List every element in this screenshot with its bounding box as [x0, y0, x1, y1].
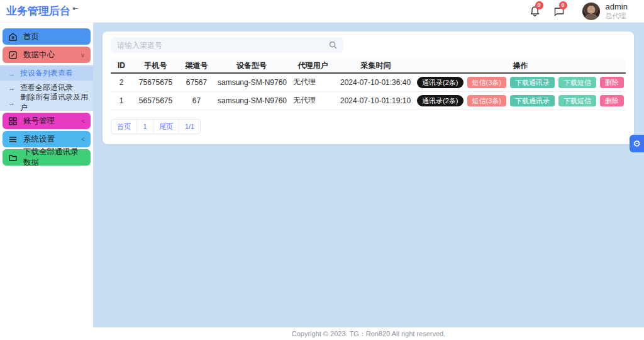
sms-button[interactable]: 短信(3条) — [467, 95, 506, 106]
cell-time: 2024-07-10-01:36:40 — [336, 73, 415, 91]
search-input[interactable] — [117, 41, 329, 50]
download-sms-button[interactable]: 下载短信 — [558, 95, 596, 106]
brand-title: 业务管理后台 — [6, 1, 70, 22]
search-icon[interactable] — [329, 41, 337, 49]
download-contacts-button[interactable]: 下载通讯录 — [510, 95, 555, 106]
submenu-item-label: 按设备列表查看 — [20, 68, 73, 79]
pagination-page-1[interactable]: 1 — [137, 120, 153, 133]
topbar-actions: 0 0 admin 总代理 — [530, 2, 644, 21]
arrow-right-icon: → — [8, 84, 15, 92]
table-row: 2 75675675 67567 samsung-SM-N9760 无代理 20… — [111, 73, 626, 91]
submenu-item-delete-all[interactable]: → 删除所有通讯录及用户 — [0, 95, 93, 110]
table-header-row: ID 手机号 渠道号 设备型号 代理用户 采集时间 操作 — [111, 59, 626, 73]
sidebar-item-label: 账号管理 — [23, 116, 55, 127]
cell-id: 1 — [111, 91, 132, 110]
device-list-card: ID 手机号 渠道号 设备型号 代理用户 采集时间 操作 2 75675675 … — [103, 31, 634, 144]
delete-button[interactable]: 删除 — [600, 95, 624, 106]
data-center-submenu: → 按设备列表查看 → 查看全部通讯录 → 删除所有通讯录及用户 — [0, 65, 93, 111]
col-header-phone: 手机号 — [132, 59, 179, 73]
sidebar-item-accounts[interactable]: 账号管理 < — [3, 113, 91, 129]
row-actions: 通讯录(2条) 短信(3条) 下载通讯录 下载短信 删除 — [415, 77, 626, 88]
arrow-right-icon: → — [8, 70, 15, 77]
sidebar: 首页 数据中心 ∨ → 按设备列表查看 → 查看全部通讯录 → 删除所有通讯录及… — [0, 23, 93, 340]
copyright-text: Copyright © 2023. TG：Ron820 All right re… — [292, 329, 446, 339]
cell-channel: 67 — [179, 91, 214, 110]
user-menu[interactable]: admin 总代理 — [582, 2, 628, 21]
main-area: ID 手机号 渠道号 设备型号 代理用户 采集时间 操作 2 75675675 … — [93, 23, 644, 340]
delete-button[interactable]: 删除 — [600, 77, 624, 88]
sidebar-item-settings[interactable]: 系统设置 < — [3, 131, 91, 147]
submenu-item-label: 删除所有通讯录及用户 — [20, 92, 93, 113]
pagination-last[interactable]: 尾页 — [153, 120, 179, 133]
cell-device: samsung-SM-N9760 — [214, 73, 289, 91]
sidebar-collapse-icon[interactable]: ⇤ — [72, 4, 78, 13]
sms-button[interactable]: 短信(3条) — [467, 77, 506, 88]
brand: 业务管理后台 ⇤ — [0, 1, 93, 22]
folder-icon — [8, 153, 18, 162]
col-header-actions: 操作 — [415, 59, 626, 73]
download-contacts-button[interactable]: 下载通讯录 — [510, 77, 555, 88]
sidebar-item-download-all[interactable]: 下载全部通讯录数据 — [3, 149, 91, 166]
menu-lines-icon — [8, 135, 18, 144]
col-header-device: 设备型号 — [214, 59, 289, 73]
cell-phone: 75675675 — [132, 73, 179, 91]
col-header-agent: 代理用户 — [289, 59, 336, 73]
cell-time: 2024-07-10-01:19:10 — [336, 91, 415, 110]
cell-agent: 无代理 — [289, 73, 336, 91]
cell-channel: 67567 — [179, 73, 214, 91]
col-header-id: ID — [111, 59, 132, 73]
submenu-item-device-list[interactable]: → 按设备列表查看 — [0, 66, 93, 81]
home-icon — [8, 32, 18, 42]
cell-agent: 无代理 — [289, 91, 336, 110]
sidebar-item-label: 下载全部通讯录数据 — [23, 147, 85, 168]
user-role: 总代理 — [606, 12, 628, 21]
cell-phone: 56575675 — [132, 91, 179, 110]
sidebar-item-label: 数据中心 — [23, 50, 55, 60]
arrow-right-icon: → — [8, 99, 15, 106]
chevron-left-icon: < — [81, 136, 85, 143]
col-header-channel: 渠道号 — [179, 59, 214, 73]
contacts-button[interactable]: 通讯录(2条) — [417, 77, 463, 88]
grid-icon — [8, 116, 18, 126]
chevron-down-icon: ∨ — [80, 52, 85, 59]
row-actions: 通讯录(2条) 短信(3条) 下载通讯录 下载短信 删除 — [415, 95, 626, 106]
gear-icon: ⚙ — [633, 139, 641, 149]
cell-id: 2 — [111, 73, 132, 91]
message-badge: 0 — [559, 1, 567, 9]
table-row: 1 56575675 67 samsung-SM-N9760 无代理 2024-… — [111, 91, 626, 110]
top-bar: 业务管理后台 ⇤ 0 0 admin 总代理 — [0, 0, 644, 23]
sidebar-item-data-center[interactable]: 数据中心 ∨ — [3, 47, 91, 63]
pagination-indicator: 1/1 — [179, 120, 200, 133]
cell-device: samsung-SM-N9760 — [214, 91, 289, 110]
user-avatar[interactable] — [582, 3, 600, 20]
col-header-time: 采集时间 — [336, 59, 415, 73]
contacts-button[interactable]: 通讯录(2条) — [417, 95, 463, 106]
pagination: 首页 1 尾页 1/1 — [111, 119, 201, 134]
device-table: ID 手机号 渠道号 设备型号 代理用户 采集时间 操作 2 75675675 … — [111, 59, 626, 110]
download-sms-button[interactable]: 下载短信 — [558, 77, 596, 88]
notifications-button[interactable]: 0 — [530, 6, 541, 17]
sidebar-item-label: 系统设置 — [23, 134, 55, 145]
notification-badge: 0 — [535, 1, 543, 9]
search-box — [111, 37, 343, 53]
chevron-left-icon: < — [81, 118, 85, 125]
settings-drawer-button[interactable]: ⚙ — [630, 135, 644, 152]
messages-button[interactable]: 0 — [553, 6, 565, 17]
sidebar-item-home[interactable]: 首页 — [3, 28, 91, 45]
pagination-first[interactable]: 首页 — [111, 120, 137, 133]
user-meta: admin 总代理 — [606, 2, 628, 21]
footer: Copyright © 2023. TG：Ron820 All right re… — [93, 327, 644, 340]
sidebar-item-label: 首页 — [23, 31, 39, 42]
edit-square-icon — [8, 50, 18, 60]
user-name: admin — [606, 2, 628, 12]
